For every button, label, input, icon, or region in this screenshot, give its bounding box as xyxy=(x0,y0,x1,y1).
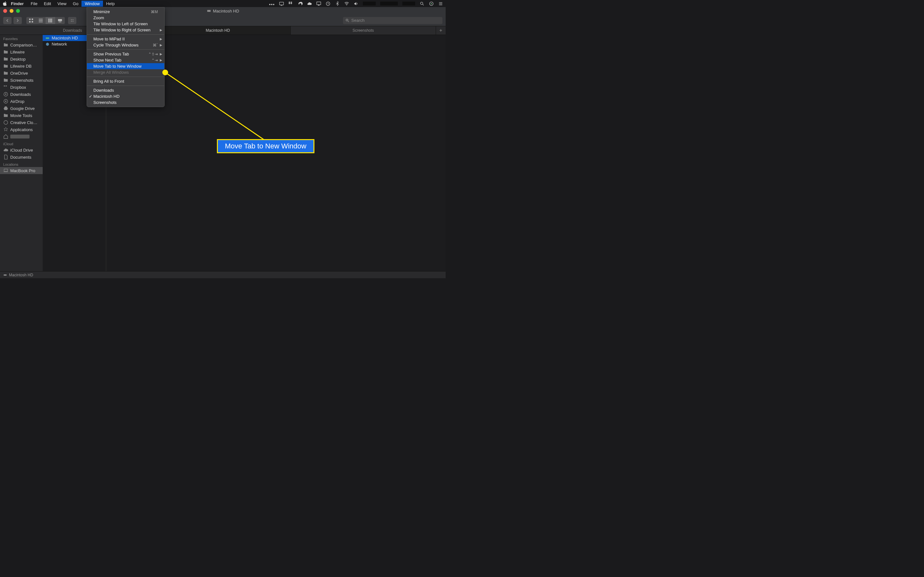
menu-edit[interactable]: Edit xyxy=(41,1,54,7)
folder-icon xyxy=(3,42,8,47)
drive-icon xyxy=(3,273,7,277)
back-button[interactable] xyxy=(3,17,11,24)
tab-macintosh-hd[interactable]: Macintosh HD xyxy=(145,26,291,35)
airplay-icon[interactable] xyxy=(317,1,321,6)
sidebar-item[interactable]: Lifewire xyxy=(0,48,43,55)
view-mode-segment[interactable] xyxy=(26,17,65,24)
menu-zoom[interactable]: Zoom xyxy=(87,15,164,21)
menu-bring-all[interactable]: Bring All to Front xyxy=(87,78,164,84)
menu-win-downloads[interactable]: Downloads xyxy=(87,87,164,93)
search-field[interactable]: Search xyxy=(343,17,443,24)
folder-icon xyxy=(3,71,8,76)
sidebar-item[interactable]: Screenshots xyxy=(0,77,43,84)
laptop-icon xyxy=(3,168,8,173)
arrange-button[interactable] xyxy=(68,17,76,24)
dropbox-icon[interactable] xyxy=(288,1,293,6)
globe-icon xyxy=(45,42,50,47)
svg-point-4 xyxy=(347,5,347,5)
menu-cycle[interactable]: Cycle Through Windows⌘`▶ xyxy=(87,42,164,48)
menu-win-macintosh-hd[interactable]: ✓Macintosh HD xyxy=(87,93,164,99)
sidebar-item[interactable]: Comparison… xyxy=(0,41,43,48)
wifi-icon[interactable] xyxy=(344,1,349,6)
sidebar-item[interactable]: Desktop xyxy=(0,55,43,63)
timemachine-icon[interactable] xyxy=(326,1,330,6)
menu-tile-right[interactable]: Tile Window to Right of Screen▶ xyxy=(87,27,164,33)
sidebar-item[interactable]: AirDrop xyxy=(0,98,43,105)
svg-rect-2 xyxy=(317,2,321,5)
display-icon[interactable] xyxy=(279,1,284,6)
svg-point-5 xyxy=(421,2,423,5)
sidebar-item[interactable]: Creative Clo… xyxy=(0,119,43,126)
new-tab-button[interactable]: + xyxy=(436,26,446,35)
toolbar: Search xyxy=(0,15,446,26)
menu-next-tab[interactable]: Show Next Tab⌃⇥▶ xyxy=(87,57,164,63)
menu-view[interactable]: View xyxy=(54,1,69,7)
sidebar-item[interactable]: Downloads xyxy=(0,91,43,98)
creative-cloud-icon[interactable] xyxy=(298,1,302,6)
svg-rect-32 xyxy=(46,37,49,39)
forward-button[interactable] xyxy=(13,17,22,24)
tab-screenshots[interactable]: Screenshots xyxy=(291,26,436,35)
svg-rect-30 xyxy=(4,169,8,171)
notification-center-icon[interactable] xyxy=(438,1,443,6)
sidebar-item[interactable]: OneDrive xyxy=(0,69,43,77)
svg-rect-21 xyxy=(71,19,72,20)
documents-icon xyxy=(3,155,8,160)
sidebar: Favorites Comparison… Lifewire Desktop L… xyxy=(0,35,43,271)
svg-rect-11 xyxy=(29,21,31,22)
sidebar-item[interactable]: Documents xyxy=(0,153,43,161)
menu-file[interactable]: File xyxy=(27,1,41,7)
bluetooth-icon[interactable] xyxy=(335,1,340,6)
overflow-icon[interactable] xyxy=(269,1,275,6)
fullscreen-button[interactable] xyxy=(16,9,20,13)
menu-help[interactable]: Help xyxy=(103,1,118,7)
path-segment[interactable]: Macintosh HD xyxy=(9,273,33,277)
search-placeholder: Search xyxy=(351,18,365,23)
minimize-button[interactable] xyxy=(10,9,13,13)
menu-move-tab-new-window[interactable]: Move Tab to New Window xyxy=(87,63,164,69)
spotlight-icon[interactable] xyxy=(420,1,425,6)
sidebar-item[interactable]: Lifewire DB xyxy=(0,63,43,69)
sidebar-item[interactable]: MacBook Pro xyxy=(0,167,43,174)
callout-dot xyxy=(162,69,168,75)
svg-rect-10 xyxy=(32,18,33,19)
airdrop-icon xyxy=(3,99,8,104)
svg-point-25 xyxy=(346,19,348,21)
cloud-icon[interactable] xyxy=(307,1,312,6)
svg-rect-34 xyxy=(4,274,7,276)
sidebar-item[interactable]: Dropbox xyxy=(0,84,43,91)
favorites-header: Favorites xyxy=(0,35,43,41)
home-icon xyxy=(3,134,8,139)
svg-rect-19 xyxy=(58,19,62,21)
apple-logo-icon[interactable] xyxy=(3,1,7,6)
sidebar-item[interactable]: Movie Tools xyxy=(0,112,43,119)
menu-win-screenshots[interactable]: Screenshots xyxy=(87,99,164,105)
window-title: Macintosh HD xyxy=(207,9,239,13)
search-icon xyxy=(346,19,349,23)
svg-rect-14 xyxy=(39,20,43,21)
locations-header: Locations xyxy=(0,161,43,167)
menu-move-to[interactable]: Move to MiPad II▶ xyxy=(87,36,164,42)
menu-window[interactable]: Window xyxy=(81,1,103,7)
volume-icon[interactable] xyxy=(354,1,359,6)
drive-icon xyxy=(207,9,211,13)
window-menu-dropdown: Minimize⌘M Zoom Tile Window to Left of S… xyxy=(87,7,165,107)
path-bar: Macintosh HD xyxy=(0,271,446,278)
app-name[interactable]: Finder xyxy=(11,1,24,6)
menu-tile-left[interactable]: Tile Window to Left of Screen xyxy=(87,21,164,27)
svg-rect-18 xyxy=(51,18,52,22)
sidebar-item[interactable] xyxy=(0,133,43,140)
close-button[interactable] xyxy=(3,9,7,13)
folder-icon xyxy=(3,49,8,55)
sidebar-item[interactable]: iCloud Drive xyxy=(0,147,43,153)
menu-merge-windows: Merge All Windows xyxy=(87,69,164,75)
svg-point-29 xyxy=(4,121,8,124)
siri-icon[interactable] xyxy=(429,1,434,6)
sidebar-item[interactable]: Applications xyxy=(0,126,43,133)
menubar: Finder File Edit View Go Window Help xyxy=(0,0,446,7)
menu-go[interactable]: Go xyxy=(69,1,81,7)
menu-minimize[interactable]: Minimize⌘M xyxy=(87,9,164,15)
menu-prev-tab[interactable]: Show Previous Tab⌃⇧⇥▶ xyxy=(87,51,164,57)
sidebar-item[interactable]: Google Drive xyxy=(0,105,43,112)
svg-rect-1 xyxy=(281,5,282,5)
